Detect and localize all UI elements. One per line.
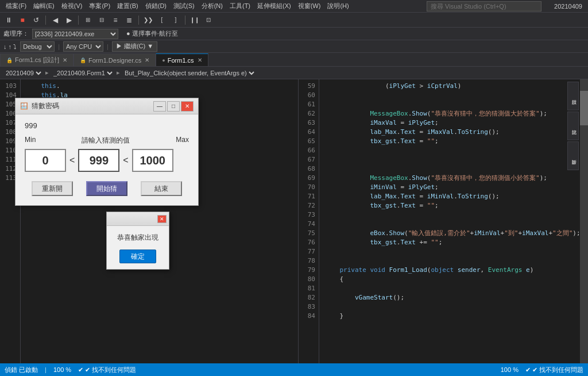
menu-window[interactable]: 視窗(W) <box>295 2 324 10</box>
right-scrollbar[interactable] <box>580 79 588 363</box>
cpu-select[interactable]: Any CPU <box>63 41 103 52</box>
rline-num: 59 <box>299 82 315 91</box>
code-line: this. <box>26 82 293 91</box>
toolbar-menu1[interactable]: ≡ <box>109 14 122 26</box>
toolbar-pause[interactable]: ⏸ <box>2 14 15 26</box>
rline-num: 77 <box>299 247 315 256</box>
menu-test[interactable]: 測試(S) <box>170 2 198 10</box>
rcode-line: iMinVal = iPlyGet; <box>324 183 574 192</box>
dialog-close-btn[interactable]: ✕ <box>157 215 167 223</box>
form-close-btn[interactable]: ✕ <box>181 101 194 112</box>
side-icon-error[interactable]: 錯誤 <box>567 82 579 110</box>
status-sep: | <box>45 366 47 373</box>
rline-num: 72 <box>299 201 315 210</box>
debug-sep2: | <box>107 43 109 50</box>
toolbar-sep1 <box>45 16 46 25</box>
toolbar-menu2[interactable]: ≣ <box>123 14 136 26</box>
menu-project[interactable]: 專案(P) <box>86 2 114 10</box>
menu-help[interactable]: 說明(H) <box>324 2 352 10</box>
form-guess-box[interactable]: 999 <box>78 149 119 172</box>
form-minimize-btn[interactable]: — <box>153 101 166 112</box>
tab-form1cs-active[interactable]: ● Form1.cs ✕ <box>156 53 208 66</box>
toolbar-pause2[interactable]: ❙❙ <box>188 14 201 26</box>
rcode-line <box>324 91 574 100</box>
rcode-line <box>324 284 574 293</box>
rline-num: 76 <box>299 238 315 247</box>
rline-num: 70 <box>299 183 315 192</box>
toolbar-bracket-close[interactable]: ] <box>169 14 182 26</box>
tab-form1cs[interactable]: 🔒 Form1.cs [設計] ✕ <box>0 53 74 66</box>
tab-lock-icon: 🔒 <box>6 57 13 63</box>
breadcrumb-method[interactable]: But_Play_Click(object sender, EventArgs … <box>122 68 256 78</box>
rcode-line: tbx_gst.Text = ""; <box>324 137 574 146</box>
toolbar-bracket-open[interactable]: [ <box>156 14 168 26</box>
menu-view[interactable]: 檢視(V) <box>58 2 86 10</box>
menu-tools[interactable]: 工具(T) <box>226 2 254 10</box>
toolbar-sep2 <box>78 16 79 25</box>
dialog-ok-button[interactable]: 確定 <box>119 250 156 263</box>
form-max-label: Max <box>176 136 189 145</box>
tab-close-icon[interactable]: ✕ <box>63 57 67 63</box>
menu-build[interactable]: 建置(B) <box>114 2 142 10</box>
breadcrumb-class[interactable]: _20210409.Form1 <box>51 68 114 78</box>
rline-num: 81 <box>299 284 315 293</box>
toolbar-minus[interactable]: ⊟ <box>95 14 108 26</box>
menu-file[interactable]: 檔案(F) <box>2 2 30 10</box>
check-left-icon: ✔ <box>78 366 83 374</box>
rline-num: 62 <box>299 109 315 118</box>
menu-analyze[interactable]: 分析(N) <box>198 2 226 10</box>
rline-num: 65 <box>299 137 315 146</box>
status-bar: 偵錯 已啟動 | 100 % ✔ ✔ 找不到任何問題 100 % ✔ ✔ 找不到… <box>0 363 588 376</box>
right-code[interactable]: (iPlyGet > iCptrVal) MessageBox.Show("恭喜… <box>320 79 579 363</box>
menu-extensions[interactable]: 延伸模組(X) <box>254 2 295 10</box>
toolbar-grid[interactable]: ⊞ <box>82 14 94 26</box>
form-input-label: 請輸入猜測的值 <box>82 136 130 145</box>
breadcrumb-project[interactable]: 20210409 <box>3 68 43 78</box>
status-check-right[interactable]: ✔ ✔ 找不到任何問題 <box>525 366 583 374</box>
toolbar-restart[interactable]: ↺ <box>30 14 42 26</box>
tab-close-icon2[interactable]: ✕ <box>145 57 149 63</box>
menu-debug[interactable]: 偵錯(D) <box>142 2 170 10</box>
breadcrumb-sep: ▸ <box>45 69 49 76</box>
toolbar-dots[interactable]: ⊡ <box>202 14 215 26</box>
form-reset-btn[interactable]: 重新開 <box>32 181 73 196</box>
toolbar-stop[interactable]: ■ <box>16 14 29 26</box>
toolbar-forward[interactable]: ▶ <box>63 14 75 26</box>
rline-num: 68 <box>299 164 315 174</box>
form-min-label: Min <box>25 136 36 145</box>
status-check-left[interactable]: ✔ ✔ 找不到任何問題 <box>78 366 136 374</box>
process-label: 處理序： <box>3 29 29 38</box>
tab-modified-icon: ● <box>162 57 165 63</box>
toolbar: ⏸ ■ ↺ ◀ ▶ ⊞ ⊟ ≡ ≣ ❯❯ [ ] ❙❙ ⊡ <box>0 13 588 28</box>
rcode-line <box>324 146 574 155</box>
rcode-line: tbx_gst.Text = ""; <box>324 201 574 210</box>
continue-button[interactable]: ▶ 繼續(C) ▼ <box>112 41 157 52</box>
form-icon: 🪟 <box>20 102 28 110</box>
line-num: 108 <box>0 128 17 137</box>
form-end-btn[interactable]: 結束 <box>141 181 182 196</box>
toolbar-skip[interactable]: ❯❯ <box>142 14 154 26</box>
rcode-line: } <box>324 312 574 321</box>
rcode-line: vGameStart(); <box>324 293 574 302</box>
form-controls: — □ ✕ <box>153 101 194 112</box>
scrollbar-thumb[interactable] <box>580 91 588 125</box>
side-icon-memo[interactable]: 記憶 <box>567 112 579 140</box>
search-input[interactable] <box>427 1 541 11</box>
tab-label: Form1.cs [設計] <box>15 56 59 64</box>
tab-form1designer[interactable]: 🔒 Form1.Designer.cs ✕ <box>74 53 156 66</box>
form-score: 999 <box>25 121 189 130</box>
process-select[interactable]: [2336] 20210409.exe <box>32 29 118 39</box>
debug-mode-select[interactable]: Debug <box>20 41 55 52</box>
dialog-window: ✕ 恭喜触家出現 確定 <box>106 212 169 270</box>
tab-close-icon3[interactable]: ✕ <box>198 57 202 63</box>
status-zoom-left: 100 % <box>53 366 71 373</box>
rcode-line <box>324 210 574 220</box>
form-maximize-btn[interactable]: □ <box>167 101 180 112</box>
debug-bar: ↓ ↑ ⤵ Debug | Any CPU | ▶ 繼續(C) ▼ <box>0 40 588 53</box>
form-start-btn[interactable]: 開始猜 <box>86 181 127 196</box>
toolbar-back[interactable]: ◀ <box>49 14 61 26</box>
side-icon-diag[interactable]: 診斷 <box>567 141 579 170</box>
rcode-line <box>324 256 574 266</box>
toolbar-sep4 <box>185 16 185 25</box>
menu-edit[interactable]: 編輯(E) <box>30 2 58 10</box>
